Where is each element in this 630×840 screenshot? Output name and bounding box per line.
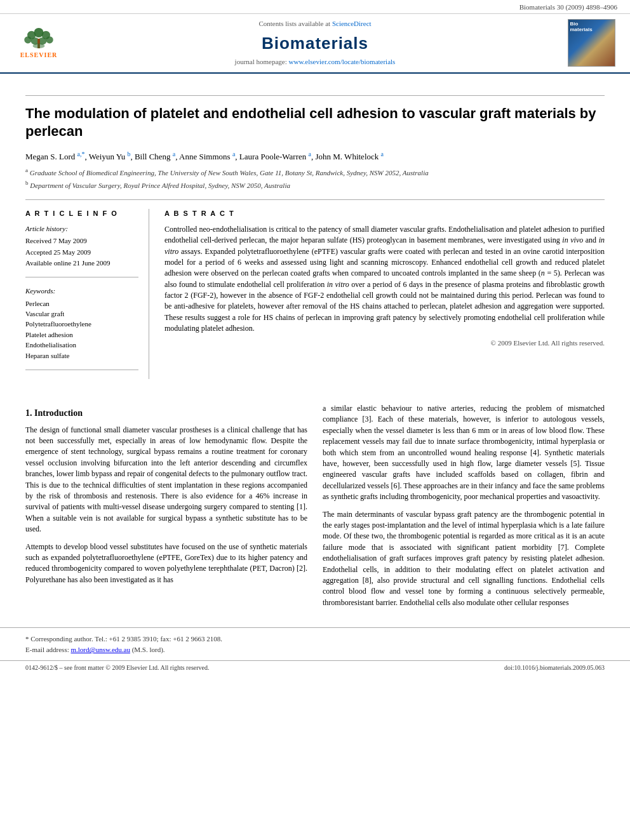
- authors-line: Megan S. Lord a,*, Weiyun Yu b, Bill Che…: [25, 150, 605, 163]
- article-history-label: Article history:: [25, 224, 138, 234]
- journal-title: Biomaterials: [75, 32, 555, 55]
- elsevier-tree-icon: [20, 27, 58, 50]
- keywords-divider: [25, 277, 138, 277]
- svg-point-5: [46, 36, 53, 43]
- footer-corresponding: * Corresponding author. Tel.: +61 2 9385…: [25, 634, 605, 644]
- article-info-column: A R T I C L E I N F O Article history: R…: [25, 209, 149, 379]
- journal-homepage-line: journal homepage: www.elsevier.com/locat…: [75, 57, 555, 67]
- keyword-endothelialisation: Endothelialisation: [25, 340, 138, 350]
- cover-image: Biomaterials: [568, 19, 615, 67]
- footer-bar: 0142-9612/$ – see front matter © 2009 El…: [0, 660, 630, 676]
- email-suffix: (M.S. lord).: [132, 646, 165, 653]
- keyword-ptfe: Polytetrafluoroethylene: [25, 319, 138, 329]
- top-citation-bar: Biomaterials 30 (2009) 4898–4906: [0, 0, 630, 14]
- keywords-label: Keywords:: [25, 286, 138, 296]
- keyword-heparan-sulfate: Heparan sulfate: [25, 351, 138, 361]
- info-bottom-divider: [25, 370, 138, 370]
- footer-notes: * Corresponding author. Tel.: +61 2 9385…: [0, 627, 630, 660]
- affiliation-b: b Department of Vascular Surgery, Royal …: [25, 179, 605, 190]
- journal-cover-image: Biomaterials: [563, 19, 620, 67]
- elsevier-logo: ELSEVIER: [20, 27, 58, 60]
- available-date: Available online 21 June 2009: [25, 258, 138, 268]
- received-date: Received 7 May 2009: [25, 236, 138, 246]
- elsevier-brand-text: ELSEVIER: [20, 51, 58, 60]
- mid-divider: [25, 199, 605, 200]
- body-left-col: 1. Introduction The design of functional…: [25, 403, 307, 615]
- copyright-line: © 2009 Elsevier Ltd. All rights reserved…: [164, 338, 605, 348]
- body-area: 1. Introduction The design of functional…: [0, 403, 630, 627]
- page-wrapper: Biomaterials 30 (2009) 4898–4906: [0, 0, 630, 840]
- svg-point-9: [33, 43, 45, 48]
- right-para-2: The main determinants of vascular bypass…: [323, 509, 605, 609]
- intro-heading: 1. Introduction: [25, 407, 307, 420]
- journal-homepage-link[interactable]: www.elsevier.com/locate/biomaterials: [289, 58, 396, 65]
- top-divider: [25, 95, 605, 96]
- article-info-title: A R T I C L E I N F O: [25, 209, 138, 218]
- cover-title: Biomaterials: [570, 22, 593, 33]
- sciencedirect-link[interactable]: ScienceDirect: [332, 20, 372, 27]
- footer-email: E-mail address: m.lord@unsw.edu.au (M.S.…: [25, 645, 605, 655]
- article-info-abstract-section: A R T I C L E I N F O Article history: R…: [25, 209, 605, 379]
- accepted-date: Accepted 25 May 2009: [25, 248, 138, 257]
- right-para-1: a similar elastic behaviour to native ar…: [323, 403, 605, 503]
- keyword-vascular-graft: Vascular graft: [25, 309, 138, 319]
- sciencedirect-link-line: Contents lists available at ScienceDirec…: [75, 19, 555, 29]
- affiliation-a: a Graduate School of Biomedical Engineer…: [25, 166, 605, 178]
- abstract-text: Controlled neo-endothelialisation is cri…: [164, 224, 605, 335]
- keyword-platelet-adhesion: Platelet adhesion: [25, 330, 138, 340]
- article-title: The modulation of platelet and endotheli…: [25, 105, 605, 141]
- article-area: The modulation of platelet and endotheli…: [0, 74, 630, 403]
- intro-para-2: Attempts to develop blood vessel substit…: [25, 542, 307, 586]
- intro-para-1: The design of functional small diameter …: [25, 425, 307, 535]
- citation-text: Biomaterials 30 (2009) 4898–4906: [519, 3, 617, 11]
- email-label: E-mail address:: [25, 646, 69, 653]
- email-link[interactable]: m.lord@unsw.edu.au: [70, 646, 130, 653]
- body-right-col: a similar elastic behaviour to native ar…: [323, 403, 605, 615]
- body-two-col: 1. Introduction The design of functional…: [25, 403, 605, 615]
- journal-header: ELSEVIER Contents lists available at Sci…: [0, 14, 630, 73]
- svg-point-4: [24, 36, 31, 43]
- abstract-title: A B S T R A C T: [164, 209, 605, 218]
- journal-header-center: Contents lists available at ScienceDirec…: [75, 19, 555, 67]
- doi-text: doi:10.1016/j.biomaterials.2009.05.063: [504, 663, 605, 672]
- journal-logo-area: ELSEVIER: [10, 27, 67, 60]
- keyword-perlecan: Perlecan: [25, 299, 138, 309]
- issn-text: 0142-9612/$ – see front matter © 2009 El…: [25, 663, 209, 672]
- abstract-column: A B S T R A C T Controlled neo-endotheli…: [164, 209, 605, 379]
